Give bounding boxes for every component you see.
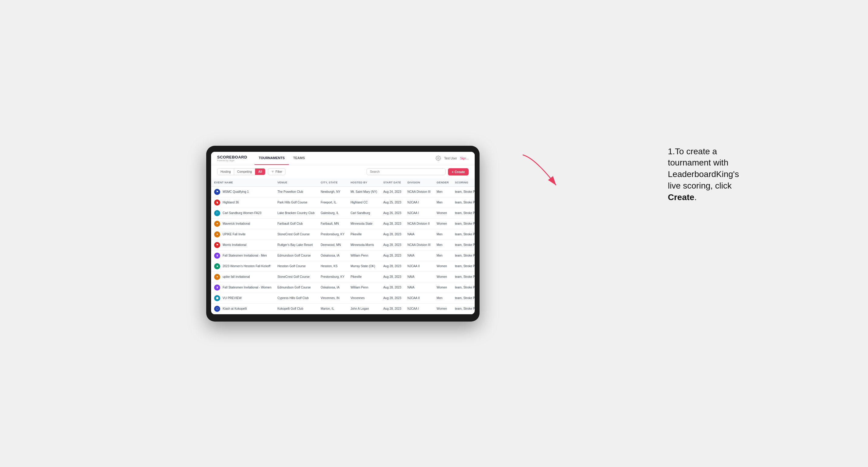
event-name-text: MSMC Qualifying 1 (223, 190, 249, 193)
filter-hosting-button[interactable]: Hosting (217, 168, 234, 175)
cell-gender: Men (434, 197, 452, 208)
cell-hosted-by: Highland CC (347, 197, 380, 208)
event-name-text: Carl Sandburg Women FA23 (223, 211, 261, 215)
tab-teams[interactable]: TEAMS (289, 152, 309, 165)
team-logo: ⚑ (214, 189, 220, 195)
team-logo: ✦ (214, 221, 220, 227)
tournaments-table: EVENT NAME VENUE CITY, STATE HOSTED BY S… (211, 179, 475, 314)
event-name-text: Morris Invitational (223, 243, 246, 247)
nav-tabs: TOURNAMENTS TEAMS (254, 152, 309, 165)
app-logo-title: SCOREBOARD (217, 155, 247, 159)
filter-icon-button[interactable]: Filter (268, 168, 285, 175)
cell-event-name: ★ 2023 Women's Hesston Fall Kickoff (211, 261, 274, 272)
cell-event-name: ⚐ Carl Sandburg Women FA23 (211, 208, 274, 218)
settings-icon[interactable] (436, 155, 441, 161)
table-row: ⚑ Morris Invitational Ruttger's Bay Lake… (211, 240, 475, 250)
cell-event-name: ⚑ Morris Invitational (211, 240, 274, 250)
cell-division: NAIA (404, 282, 433, 293)
cell-city-state: Hesston, KS (318, 261, 347, 272)
table-row: ⬟ VU PREVIEW Cypress Hills Golf Club Vin… (211, 293, 475, 303)
cell-venue: Park Hills Golf Course (274, 197, 317, 208)
cell-city-state: Faribault, MN (318, 218, 347, 229)
cell-event-name: ♛ Fall Statesmen Invitational - Men (211, 250, 274, 261)
cell-division: NJCAA I (404, 197, 433, 208)
cell-division: NCAA Division III (404, 240, 433, 250)
cell-gender: Women (434, 282, 452, 293)
cell-venue: Hesston Golf Course (274, 261, 317, 272)
cell-venue: The Powelton Club (274, 186, 317, 197)
cell-venue: Lake Bracken Country Club (274, 208, 317, 218)
cell-division: NCAA Division II (404, 218, 433, 229)
cell-hosted-by: Minnesota-Morris (347, 240, 380, 250)
cell-city-state: Freeport, IL (318, 197, 347, 208)
search-input[interactable] (367, 168, 445, 175)
col-venue: VENUE (274, 179, 317, 187)
create-button[interactable]: + Create (448, 168, 469, 176)
team-logo: ✦ (214, 274, 220, 280)
cell-gender: Women (434, 303, 452, 314)
filter-button-group: Hosting Competing All (217, 168, 266, 175)
cell-event-name: ♞ Highland 36 (211, 197, 274, 208)
cell-start-date: Aug 28, 2023 (380, 272, 405, 282)
cell-venue: StoneCrest Golf Course (274, 272, 317, 282)
cell-scoring: team, Stroke Play (452, 229, 475, 240)
col-scoring: SCORING (452, 179, 475, 187)
cell-city-state: Marion, IL (318, 303, 347, 314)
table-row: ★ 2023 Women's Hesston Fall Kickoff Hess… (211, 261, 475, 272)
cell-scoring: team, Stroke Play (452, 208, 475, 218)
cell-venue: Faribault Golf Club (274, 218, 317, 229)
team-logo: ♛ (214, 284, 220, 290)
event-name-text: VU PREVIEW (223, 297, 242, 300)
svg-point-0 (438, 158, 439, 159)
cell-hosted-by: William Penn (347, 282, 380, 293)
cell-gender: Men (434, 250, 452, 261)
cell-hosted-by: Carl Sandburg (347, 208, 380, 218)
cell-hosted-by: Pikeville (347, 229, 380, 240)
cell-division: NAIA (404, 272, 433, 282)
cell-gender: Men (434, 229, 452, 240)
cell-division: NJCAA II (404, 261, 433, 272)
cell-start-date: Aug 28, 2023 (380, 240, 405, 250)
user-label: Test User (444, 157, 457, 160)
event-name-text: Maverick Invitational (223, 222, 250, 225)
filter-all-button[interactable]: All (255, 168, 265, 175)
event-name-text: Klash at Kokopelli (223, 307, 247, 310)
cell-venue: Kokopelli Golf Club (274, 303, 317, 314)
cell-hosted-by: Vincennes (347, 293, 380, 303)
table-row: ⬡ Klash at Kokopelli Kokopelli Golf Club… (211, 303, 475, 314)
cell-event-name: ⚑ MSMC Qualifying 1 (211, 186, 274, 197)
cell-hosted-by: John A Logan (347, 303, 380, 314)
filter-competing-button[interactable]: Competing (234, 168, 255, 175)
cell-scoring: team, Stroke Play (452, 261, 475, 272)
col-event-name: EVENT NAME (211, 179, 274, 187)
team-logo: ⚑ (214, 242, 220, 248)
team-logo: ♞ (214, 199, 220, 206)
annotation-create-word: Create (668, 192, 694, 202)
cell-event-name: ✦ UPIKE Fall Invite (211, 229, 274, 240)
app-logo-subtitle: Powered by clippit (217, 159, 247, 161)
cell-gender: Women (434, 208, 452, 218)
toolbar: Hosting Competing All Filter + Create (211, 165, 475, 179)
cell-scoring: team, Stroke Play (452, 197, 475, 208)
event-name-text: Fall Statesmen Invitational - Women (223, 286, 271, 289)
cell-city-state: Prestonsburg, KY (318, 229, 347, 240)
team-logo: ✦ (214, 231, 220, 238)
cell-city-state: Prestonsburg, KY (318, 272, 347, 282)
cell-division: NCAA Division III (404, 186, 433, 197)
cell-division: NJCAA I (404, 303, 433, 314)
event-name-text: Fall Statesmen Invitational - Men (223, 254, 267, 257)
cell-gender: Women (434, 261, 452, 272)
cell-start-date: Aug 28, 2023 (380, 282, 405, 293)
cell-scoring: team, Stroke Play (452, 186, 475, 197)
cell-venue: StoneCrest Golf Course (274, 229, 317, 240)
cell-start-date: Aug 25, 2023 (380, 197, 405, 208)
cell-hosted-by: Pikeville (347, 272, 380, 282)
cell-hosted-by: Murray State (OK) (347, 261, 380, 272)
cell-gender: Women (434, 272, 452, 282)
signin-link[interactable]: Sign... (460, 157, 469, 160)
table-header-row: EVENT NAME VENUE CITY, STATE HOSTED BY S… (211, 179, 475, 187)
event-name-text: 2023 Women's Hesston Fall Kickoff (223, 264, 270, 268)
cell-gender: Men (434, 186, 452, 197)
tab-tournaments[interactable]: TOURNAMENTS (254, 152, 289, 165)
table-row: ♛ Fall Statesmen Invitational - Men Edmu… (211, 250, 475, 261)
